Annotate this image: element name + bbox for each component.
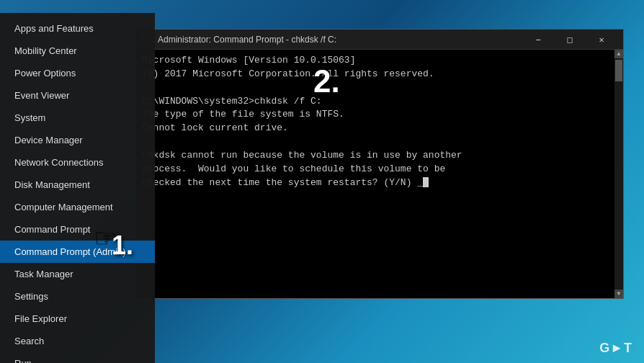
cmd-cursor	[423, 177, 429, 187]
sidebar-item-system[interactable]: System	[0, 107, 155, 129]
sidebar-item-run[interactable]: Run	[0, 352, 155, 363]
sidebar-item-computer-management[interactable]: Computer Management	[0, 196, 155, 218]
sidebar-item-device-manager[interactable]: Device Manager	[0, 129, 155, 151]
scroll-down-arrow[interactable]: ▼	[614, 290, 623, 298]
close-button[interactable]: ✕	[586, 30, 617, 50]
cmd-body[interactable]: Microsoft Windows [Version 10.0.15063] (…	[136, 50, 623, 298]
sidebar-item-mobility-center[interactable]: Mobility Center	[0, 40, 155, 62]
sidebar-item-file-explorer[interactable]: File Explorer	[0, 308, 155, 330]
scrollbar-track[interactable]	[614, 58, 623, 290]
scrollbar-thumb[interactable]	[615, 60, 622, 81]
cmd-titlebar[interactable]: C:\ Administrator: Command Prompt - chkd…	[136, 30, 623, 50]
sidebar-item-event-viewer[interactable]: Event Viewer	[0, 84, 155, 107]
sidebar-item-power-options[interactable]: Power Options	[0, 62, 155, 84]
sidebar-item-disk-management[interactable]: Disk Management	[0, 174, 155, 196]
sidebar-item-apps-features[interactable]: Apps and Features	[0, 17, 155, 40]
cmd-title: Administrator: Command Prompt - chkdsk /…	[158, 35, 522, 45]
sidebar-item-network-connections[interactable]: Network Connections	[0, 151, 155, 174]
maximize-button[interactable]: □	[554, 30, 586, 50]
cmd-scrollbar[interactable]: ▲ ▼	[614, 50, 623, 298]
sidebar-item-search[interactable]: Search	[0, 330, 155, 352]
sidebar-item-command-prompt[interactable]: Command Prompt	[0, 218, 155, 241]
sidebar-item-command-prompt-admin[interactable]: Command Prompt (Admin)	[0, 241, 155, 263]
cmd-output: Microsoft Windows [Version 10.0.15063] (…	[142, 54, 617, 189]
cmd-window: C:\ Administrator: Command Prompt - chkd…	[135, 29, 624, 299]
sidebar-item-task-manager[interactable]: Task Manager	[0, 263, 155, 285]
minimize-button[interactable]: −	[522, 30, 554, 50]
sidebar-item-settings[interactable]: Settings	[0, 285, 155, 308]
watermark: G►T	[599, 341, 632, 356]
context-menu: Apps and Features Mobility Center Power …	[0, 13, 155, 363]
titlebar-buttons: − □ ✕	[522, 30, 617, 50]
scroll-up-arrow[interactable]: ▲	[614, 50, 623, 58]
